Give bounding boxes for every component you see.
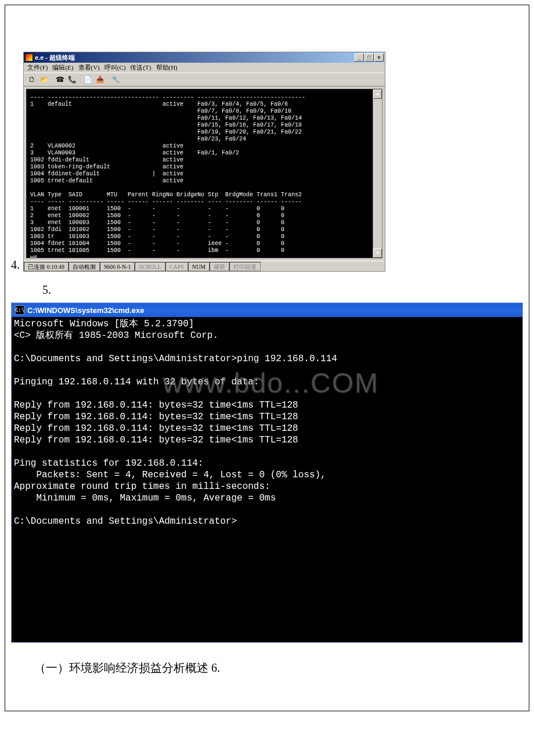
ht-titlebar[interactable]: e.e - 超级终端 _ □ × — [24, 52, 385, 63]
cmd-output[interactable]: Microsoft Windows [版本 5.2.3790] <C> 版权所有… — [12, 317, 522, 642]
ht-terminal-output[interactable]: ---- -------------------------------- --… — [26, 89, 383, 258]
toolbar-new-icon[interactable]: 🗋 — [26, 74, 38, 85]
menu-help[interactable]: 帮助(H) — [155, 63, 179, 72]
toolbar-send-icon[interactable]: 📄 — [82, 74, 93, 85]
status-baud: 9600 8-N-1 — [100, 262, 135, 271]
menu-file[interactable]: 文件(F) — [26, 63, 49, 72]
status-num: NUM — [188, 262, 210, 271]
list-number-5: 5. — [42, 283, 523, 297]
cmd-titlebar[interactable]: C:\ C:\WINDOWS\system32\cmd.exe — [12, 303, 522, 317]
menu-view[interactable]: 查看(V) — [77, 63, 101, 72]
status-capture: 捕获 — [210, 262, 229, 271]
maximize-button[interactable]: □ — [365, 53, 374, 62]
status-connected: 已连接 0:10:48 — [24, 262, 68, 271]
cmd-window: C:\ C:\WINDOWS\system32\cmd.exe Microsof… — [11, 303, 523, 643]
menu-transfer[interactable]: 传送(T) — [129, 63, 152, 72]
toolbar-receive-icon[interactable]: 📥 — [94, 74, 106, 85]
toolbar-open-icon[interactable]: 📂 — [38, 74, 50, 85]
status-autodetect: 自动检测 — [68, 262, 100, 271]
status-caps: CAPS — [165, 262, 188, 271]
close-button[interactable]: × — [374, 53, 384, 62]
ht-app-icon — [25, 53, 33, 62]
hyperterminal-window: e.e - 超级终端 _ □ × 文件(F) 编辑(E) 查看(V) 呼叫(C)… — [23, 52, 385, 272]
toolbar-call-icon[interactable]: ☎ — [54, 74, 66, 85]
status-scroll: SCROLL — [135, 262, 165, 271]
toolbar-hangup-icon[interactable]: 📞 — [66, 74, 78, 85]
minimize-button[interactable]: _ — [355, 53, 364, 62]
menu-edit[interactable]: 编辑(E) — [51, 63, 74, 72]
menu-call[interactable]: 呼叫(C) — [103, 63, 127, 72]
vertical-scrollbar[interactable]: ▲▼ — [373, 89, 382, 258]
scroll-up-icon[interactable]: ▲ — [373, 89, 382, 99]
toolbar-properties-icon[interactable]: 🔧 — [110, 74, 121, 85]
footer-heading: （一）环境影响经济损益分析概述 6. — [34, 660, 523, 676]
terminal-text: ---- -------------------------------- --… — [30, 94, 305, 258]
ht-title: e.e - 超级终端 — [35, 53, 75, 62]
status-printecho: 打印回显 — [229, 262, 261, 271]
scroll-down-icon[interactable]: ▼ — [373, 249, 382, 258]
cmd-title: C:\WINDOWS\system32\cmd.exe — [27, 306, 145, 315]
ht-toolbar: 🗋 📂 ☎ 📞 📄 📥 🔧 — [24, 73, 385, 87]
list-number-4: 4. — [11, 259, 20, 272]
ht-menubar[interactable]: 文件(F) 编辑(E) 查看(V) 呼叫(C) 传送(T) 帮助(H) — [24, 63, 385, 73]
ht-statusbar: 已连接 0:10:48 自动检测 9600 8-N-1 SCROLL CAPS … — [24, 261, 385, 271]
cmd-app-icon: C:\ — [15, 305, 24, 315]
page-frame: 4. e.e - 超级终端 _ □ × 文件(F) 编辑(E) 查看(V) 呼叫… — [5, 5, 529, 711]
